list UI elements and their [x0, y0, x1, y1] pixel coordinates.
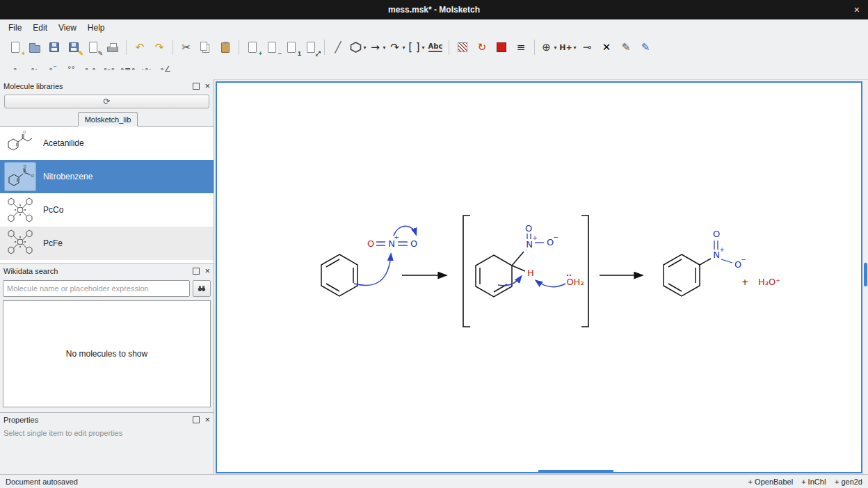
- properties-panel-title: Properties: [3, 416, 38, 424]
- bond-pen-tool[interactable]: ✎: [636, 38, 655, 56]
- dropdown-arrow-icon[interactable]: ▾: [402, 44, 405, 51]
- delete-tool[interactable]: ✕: [597, 38, 616, 56]
- nitrobenzene-product[interactable]: O N + O −: [664, 229, 746, 296]
- close-properties-panel-icon[interactable]: ×: [204, 415, 210, 424]
- menu-edit[interactable]: Edit: [27, 22, 53, 34]
- hatch-tool[interactable]: [453, 38, 472, 56]
- empty-results-text: No molecules to show: [66, 349, 147, 359]
- redo-button[interactable]: ↷: [150, 38, 169, 56]
- arenium-intermediate[interactable]: O N + O − H ·· OH₂: [476, 223, 584, 297]
- mechanism-arrow[interactable]: [354, 254, 391, 285]
- hydrogen-count-tool[interactable]: ·∘·: [137, 60, 156, 77]
- open-document-button[interactable]: [25, 38, 45, 56]
- float-libraries-panel-icon[interactable]: [193, 83, 200, 90]
- bond-angle-tool[interactable]: ∘∠: [156, 60, 175, 77]
- plugin-inchi[interactable]: + InChI: [801, 478, 826, 486]
- left-bracket[interactable]: [463, 215, 470, 327]
- double-bond-tool[interactable]: ∘=∘: [118, 60, 137, 77]
- save-document-button[interactable]: [45, 38, 64, 56]
- plugin-gen2d[interactable]: + gen2d: [835, 478, 862, 486]
- library-item-acetanilide[interactable]: O Acetanilide: [0, 127, 214, 160]
- atom-label: O: [367, 238, 374, 249]
- line-width-icon: ≡: [514, 40, 528, 54]
- new-document-button[interactable]: +: [6, 38, 25, 56]
- ring-tool[interactable]: ▾: [348, 38, 367, 56]
- copy-button[interactable]: [196, 38, 216, 56]
- radical-electron-tool[interactable]: ∘·: [24, 60, 43, 77]
- curved-arrow-tool[interactable]: ↷▾: [387, 38, 406, 56]
- undo-icon: ↶: [133, 40, 147, 54]
- lone-pair-tool[interactable]: ∘¨: [43, 60, 62, 77]
- zoom-original-button[interactable]: 1: [282, 38, 301, 56]
- float-wikidata-panel-icon[interactable]: [193, 268, 200, 275]
- line-width-tool[interactable]: ≡: [511, 38, 531, 56]
- reaction-arrow-tool[interactable]: →▾: [367, 38, 387, 56]
- zoom-original-icon: 1: [284, 40, 298, 54]
- library-item-pcfe[interactable]: PcFe: [0, 227, 214, 260]
- refresh-libraries-button[interactable]: ⟳: [4, 95, 209, 108]
- export-button[interactable]: ✎: [83, 38, 103, 56]
- wikidata-results: No molecules to show: [3, 300, 211, 407]
- rotate-icon: ↻: [475, 40, 489, 54]
- bond-atoms-tool[interactable]: ∘-∘: [99, 60, 118, 77]
- text-tool[interactable]: Abc: [426, 38, 445, 56]
- nitronium-ion[interactable]: O N + O: [367, 234, 417, 249]
- close-libraries-panel-icon[interactable]: ×: [204, 81, 210, 90]
- mechanism-arrow[interactable]: [498, 277, 521, 286]
- window-title: mess.msk* - Molsketch: [0, 0, 868, 19]
- undo-button[interactable]: ↶: [130, 38, 150, 56]
- electron-pen-tool[interactable]: ✎: [616, 38, 636, 56]
- zoom-fit-button[interactable]: ⤢: [301, 38, 321, 56]
- status-message: Document autosaved: [6, 478, 78, 486]
- svg-text:N: N: [24, 170, 26, 174]
- library-item-nitrobenzene[interactable]: N O O Nitrobenzene: [0, 160, 214, 193]
- mechanism-arrow[interactable]: [536, 281, 565, 287]
- ring-icon: [348, 40, 362, 54]
- plugin-openbabel[interactable]: + OpenBabel: [748, 478, 794, 486]
- menu-help[interactable]: Help: [82, 22, 111, 34]
- toolbar-separator: [126, 40, 127, 55]
- dropdown-arrow-icon[interactable]: ▾: [421, 44, 424, 51]
- float-properties-panel-icon[interactable]: [193, 416, 200, 423]
- atom-tool[interactable]: ∘: [6, 60, 24, 77]
- benzene-reactant[interactable]: [321, 254, 357, 296]
- tab-molsketch-lib[interactable]: Molsketch_lib: [78, 112, 138, 127]
- dropdown-arrow-icon[interactable]: ▾: [363, 44, 366, 51]
- titlebar[interactable]: mess.msk* - Molsketch ×: [0, 0, 868, 19]
- bracket-tool[interactable]: [ ]▾: [406, 38, 426, 56]
- color-swatch[interactable]: [492, 38, 511, 56]
- rotate-tool[interactable]: ↻: [472, 38, 492, 56]
- menu-view[interactable]: View: [53, 22, 82, 34]
- cut-button[interactable]: ✂: [177, 38, 196, 56]
- print-button[interactable]: [103, 38, 122, 56]
- wikidata-search-input[interactable]: [3, 280, 190, 297]
- dropdown-arrow-icon[interactable]: ▾: [383, 44, 385, 51]
- library-item-pcco[interactable]: PcCo: [0, 193, 214, 227]
- zoom-in-button[interactable]: +: [243, 38, 262, 56]
- align-tool[interactable]: ⊸: [577, 38, 597, 56]
- charge-dots-tool[interactable]: °°: [62, 60, 81, 77]
- wikidata-search-button[interactable]: [193, 280, 211, 297]
- hydrogen-tool[interactable]: H+▾: [558, 38, 577, 56]
- menu-file[interactable]: File: [3, 22, 27, 34]
- main-toolbar: +✎✎↶↷✂+−1⤢╱▾→▾↷▾[ ]▾Abc↻≡⊕▾H+▾⊸✕✎✎: [0, 36, 868, 58]
- close-wikidata-panel-icon[interactable]: ×: [204, 266, 210, 275]
- draw-tool[interactable]: ╱: [328, 38, 348, 56]
- charge-tool[interactable]: ⊕▾: [538, 38, 558, 56]
- zoom-out-icon: −: [265, 40, 279, 54]
- canvas-drawing[interactable]: O N + O O N: [217, 83, 861, 472]
- window-close-button[interactable]: ×: [854, 0, 860, 19]
- dropdown-arrow-icon[interactable]: ▾: [554, 44, 556, 51]
- drawing-canvas[interactable]: O N + O O N: [216, 81, 862, 473]
- atom-pair-tool[interactable]: ∘ ∘: [81, 60, 99, 77]
- vertical-scrollbar-thumb[interactable]: [864, 263, 867, 286]
- paste-button[interactable]: [216, 38, 235, 56]
- hydrogen-count-icon: ·∘·: [140, 62, 154, 76]
- dropdown-arrow-icon[interactable]: ▾: [573, 44, 576, 51]
- print-icon: [106, 40, 120, 54]
- horizontal-scrollbar-thumb[interactable]: [538, 470, 613, 472]
- atom-label: O: [713, 229, 720, 239]
- right-bracket[interactable]: [581, 215, 588, 327]
- save-as-button[interactable]: ✎: [64, 38, 83, 56]
- zoom-out-button[interactable]: −: [262, 38, 282, 56]
